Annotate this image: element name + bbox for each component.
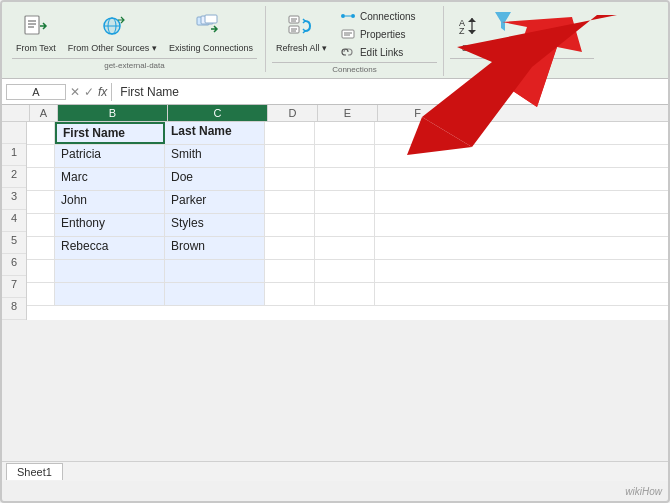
group-buttons: From Text Fro <box>12 8 257 56</box>
formula-bar-divider <box>111 83 112 101</box>
cell-a-header[interactable] <box>27 122 55 144</box>
existing-connections-button[interactable]: Existing Connections <box>165 8 257 56</box>
cell-a-1[interactable] <box>27 145 55 167</box>
table-row: Rebecca Brown <box>27 237 668 260</box>
properties-button[interactable]: Properties <box>337 26 437 42</box>
cell-a-3[interactable] <box>27 191 55 213</box>
connections-group-label: Connections <box>272 62 437 74</box>
svg-point-18 <box>351 14 355 18</box>
from-other-sources-button[interactable]: From Other Sources ▾ <box>64 8 161 56</box>
col-header-e[interactable]: E <box>318 105 378 121</box>
from-other-sources-label: From Other Sources ▾ <box>68 43 157 54</box>
from-text-label: From Text <box>16 43 56 54</box>
cell-d-6[interactable] <box>265 260 315 282</box>
cell-b-5[interactable]: Rebecca <box>55 237 165 259</box>
cell-e-3[interactable] <box>315 191 375 213</box>
cell-c-6[interactable] <box>165 260 265 282</box>
cell-d-4[interactable] <box>265 214 315 236</box>
cell-b-7[interactable] <box>55 283 165 305</box>
col-header-f[interactable]: F <box>378 105 458 121</box>
cell-e-1[interactable] <box>315 145 375 167</box>
refresh-all-button[interactable]: Refresh All ▾ <box>272 8 331 56</box>
table-row: Marc Doe <box>27 168 668 191</box>
from-text-icon <box>20 10 52 42</box>
col-header-d[interactable]: D <box>268 105 318 121</box>
formula-input[interactable]: First Name <box>116 84 664 100</box>
cell-d-header[interactable] <box>265 122 315 144</box>
properties-icon <box>340 27 356 41</box>
cell-c-5[interactable]: Brown <box>165 237 265 259</box>
cell-e-4[interactable] <box>315 214 375 236</box>
row-header-5: 5 <box>2 232 26 254</box>
svg-rect-14 <box>289 26 299 33</box>
table-row: First Name Last Name <box>27 122 668 145</box>
cell-e-header[interactable] <box>315 122 375 144</box>
cell-a-5[interactable] <box>27 237 55 259</box>
connections-group: Refresh All ▾ Conn <box>266 6 444 76</box>
cell-c-3[interactable]: Parker <box>165 191 265 213</box>
cell-reference-box[interactable]: A <box>6 84 66 100</box>
table-row <box>27 283 668 306</box>
table-row: Patricia Smith <box>27 145 668 168</box>
cell-a-6[interactable] <box>27 260 55 282</box>
cell-a-4[interactable] <box>27 214 55 236</box>
cell-c-1[interactable]: Smith <box>165 145 265 167</box>
cell-a-7[interactable] <box>27 283 55 305</box>
existing-connections-label: Existing Connections <box>169 43 253 54</box>
edit-links-button[interactable]: Edit Links <box>337 44 437 60</box>
row-headers: 1 2 3 4 5 6 7 8 <box>2 122 27 320</box>
cell-c-header[interactable]: Last Name <box>165 122 265 144</box>
col-header-row-num <box>2 105 30 121</box>
cell-b-2[interactable]: Marc <box>55 168 165 190</box>
col-header-b[interactable]: B <box>58 105 168 121</box>
cell-b-1[interactable]: Patricia <box>55 145 165 167</box>
row-header-8: 8 <box>2 298 26 320</box>
formula-bar-icons: ✕ ✓ fx <box>70 85 107 99</box>
confirm-icon[interactable]: ✓ <box>84 85 94 99</box>
connections-small-group: Connections Properties <box>337 8 437 60</box>
row-header-4: 4 <box>2 210 26 232</box>
cell-d-5[interactable] <box>265 237 315 259</box>
sheet1-tab[interactable]: Sheet1 <box>6 463 63 480</box>
sort-button[interactable]: A Z Sort <box>450 8 490 56</box>
filter-icon <box>494 10 514 34</box>
cell-d-2[interactable] <box>265 168 315 190</box>
cell-b-3[interactable]: John <box>55 191 165 213</box>
cell-d-3[interactable] <box>265 191 315 213</box>
row-header-1: 1 <box>2 144 26 166</box>
edit-links-label: Edit Links <box>360 47 403 58</box>
table-row: John Parker <box>27 191 668 214</box>
get-external-data-label: get-external-data <box>12 58 257 70</box>
connections-icon <box>340 9 356 23</box>
cell-c-7[interactable] <box>165 283 265 305</box>
svg-rect-10 <box>205 15 217 23</box>
cell-d-7[interactable] <box>265 283 315 305</box>
cell-a-2[interactable] <box>27 168 55 190</box>
cell-e-7[interactable] <box>315 283 375 305</box>
sort-label: Sort <box>462 43 479 54</box>
col-header-c[interactable]: C <box>168 105 268 121</box>
cell-e-6[interactable] <box>315 260 375 282</box>
svg-rect-20 <box>342 30 354 38</box>
cell-b-4[interactable]: Enthony <box>55 214 165 236</box>
tab-bar: Sheet1 <box>2 461 668 481</box>
cell-b-6[interactable] <box>55 260 165 282</box>
cell-c-2[interactable]: Doe <box>165 168 265 190</box>
svg-rect-11 <box>289 16 299 23</box>
sort-filter-small-group <box>494 8 594 36</box>
cell-e-5[interactable] <box>315 237 375 259</box>
last-name-header: Last Name <box>171 124 232 138</box>
cell-d-1[interactable] <box>265 145 315 167</box>
spreadsheet-body: 1 2 3 4 5 6 7 8 First Name Last Name <box>2 122 668 320</box>
ribbon-row: From Text Fro <box>8 6 662 78</box>
cell-c-4[interactable]: Styles <box>165 214 265 236</box>
cell-b-header[interactable]: First Name <box>55 122 165 144</box>
cancel-icon[interactable]: ✕ <box>70 85 80 99</box>
from-text-button[interactable]: From Text <box>12 8 60 56</box>
col-header-a[interactable]: A <box>30 105 58 121</box>
cell-e-2[interactable] <box>315 168 375 190</box>
refresh-all-icon <box>285 10 317 42</box>
refresh-all-label: Refresh All ▾ <box>276 43 327 54</box>
spreadsheet: A B C D E F 1 2 3 4 5 6 7 8 <box>2 105 668 320</box>
connections-button[interactable]: Connections <box>337 8 437 24</box>
